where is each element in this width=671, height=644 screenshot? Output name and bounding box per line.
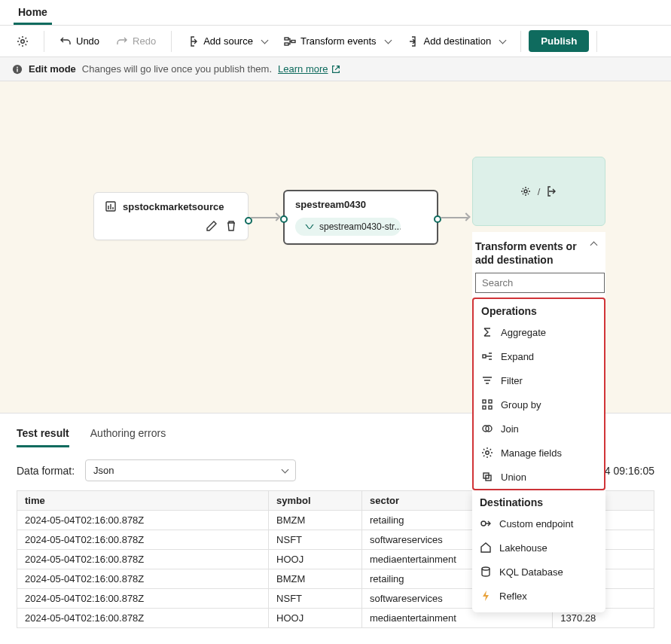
add-destination-button[interactable]: Add destination bbox=[400, 32, 514, 51]
redo-label: Redo bbox=[133, 35, 156, 47]
settings-button[interactable] bbox=[9, 32, 36, 51]
reflex-icon bbox=[480, 590, 492, 602]
svg-rect-1 bbox=[285, 38, 288, 40]
lakehouse-icon bbox=[480, 542, 492, 554]
op-join[interactable]: Join bbox=[474, 417, 604, 441]
svg-rect-13 bbox=[489, 406, 492, 409]
stream-node-title: spestream0430 bbox=[295, 199, 366, 210]
separator bbox=[44, 31, 44, 52]
chevron-down-icon bbox=[261, 37, 268, 44]
slash: / bbox=[538, 186, 541, 197]
undo-icon bbox=[59, 35, 72, 47]
source-node-title: spstockmarketsource bbox=[123, 201, 224, 212]
dest-reflex[interactable]: Reflex bbox=[472, 584, 605, 608]
table-cell: 2024-05-04T02:16:00.878Z bbox=[17, 511, 269, 530]
collapse-icon[interactable] bbox=[590, 242, 598, 249]
edit-icon[interactable] bbox=[206, 220, 218, 232]
external-link-icon bbox=[331, 64, 341, 75]
destination-placeholder[interactable]: / bbox=[472, 157, 605, 226]
search-input[interactable] bbox=[475, 273, 605, 293]
delete-icon[interactable] bbox=[225, 220, 237, 232]
endpoint-icon bbox=[480, 517, 492, 530]
transform-icon bbox=[520, 185, 532, 197]
dest-lakehouse[interactable]: Lakehouse bbox=[472, 536, 605, 560]
transform-icon bbox=[284, 35, 296, 47]
input-port[interactable] bbox=[280, 215, 288, 223]
data-format-select[interactable]: Json bbox=[85, 459, 296, 481]
gear-icon bbox=[17, 35, 29, 47]
svg-point-8 bbox=[524, 190, 527, 193]
tab-authoring-errors[interactable]: Authoring errors bbox=[90, 421, 166, 447]
tab-test-result[interactable]: Test result bbox=[17, 421, 69, 447]
source-node[interactable]: spstockmarketsource bbox=[93, 192, 249, 240]
op-groupby[interactable]: Group by bbox=[474, 392, 604, 417]
arrow-icon bbox=[462, 212, 470, 221]
svg-rect-2 bbox=[285, 43, 288, 45]
redo-icon bbox=[116, 35, 128, 47]
op-union[interactable]: Union bbox=[474, 465, 604, 489]
canvas[interactable]: spstockmarketsource spestream0430 spestr… bbox=[0, 81, 671, 413]
manage-fields-icon bbox=[481, 447, 493, 459]
col-symbol[interactable]: symbol bbox=[269, 491, 362, 511]
add-source-icon bbox=[187, 35, 199, 47]
add-source-label: Add source bbox=[203, 35, 253, 47]
transform-panel: Transform events or add destination Oper… bbox=[472, 232, 605, 612]
svg-point-5 bbox=[17, 66, 18, 68]
table-cell: HOOJ bbox=[269, 550, 362, 569]
info-bar: Edit mode Changes will go live once you … bbox=[0, 57, 671, 81]
group-icon bbox=[481, 398, 493, 411]
svg-point-16 bbox=[486, 451, 489, 454]
dest-kql-database[interactable]: KQL Database bbox=[472, 560, 605, 584]
table-cell: 2024-05-04T02:16:00.878Z bbox=[17, 530, 269, 550]
expand-icon bbox=[481, 350, 493, 362]
chevron-down-icon bbox=[499, 37, 507, 44]
table-cell: BMZM bbox=[269, 569, 362, 589]
col-time[interactable]: time bbox=[17, 491, 269, 511]
svg-rect-11 bbox=[489, 400, 492, 403]
ribbon-tabs: Home bbox=[0, 0, 671, 26]
chevron-down-icon bbox=[384, 37, 392, 44]
stream-node[interactable]: spestream0430 spestream0430-str... bbox=[283, 190, 438, 245]
separator bbox=[520, 31, 521, 52]
transform-events-button[interactable]: Transform events bbox=[276, 32, 398, 51]
operations-heading: Operations bbox=[474, 299, 604, 320]
svg-point-19 bbox=[481, 521, 486, 526]
op-filter[interactable]: Filter bbox=[474, 368, 604, 392]
svg-rect-10 bbox=[483, 400, 486, 403]
union-icon bbox=[481, 471, 493, 483]
separator bbox=[171, 31, 172, 52]
dest-custom-endpoint[interactable]: Custom endpoint bbox=[472, 511, 605, 536]
op-expand[interactable]: Expand bbox=[474, 344, 604, 368]
redo-button[interactable]: Redo bbox=[108, 32, 163, 51]
source-icon bbox=[105, 200, 117, 212]
stream-pill[interactable]: spestream0430-str... bbox=[295, 218, 401, 236]
table-cell: 2024-05-04T02:16:00.878Z bbox=[17, 550, 269, 569]
svg-point-20 bbox=[482, 567, 490, 570]
svg-rect-9 bbox=[483, 355, 486, 358]
add-source-button[interactable]: Add source bbox=[179, 32, 275, 51]
publish-button[interactable]: Publish bbox=[529, 30, 589, 52]
table-cell: 2024-05-04T02:16:00.878Z bbox=[17, 609, 269, 628]
sigma-icon bbox=[481, 326, 493, 338]
tab-home[interactable]: Home bbox=[14, 0, 52, 25]
edit-mode-label: Edit mode bbox=[29, 63, 76, 75]
destinations-heading: Destinations bbox=[472, 490, 605, 511]
join-icon bbox=[481, 423, 493, 435]
table-cell: NSFT bbox=[269, 530, 362, 550]
info-icon bbox=[12, 64, 23, 75]
op-manage-fields[interactable]: Manage fields bbox=[474, 441, 604, 465]
edit-mode-msg: Changes will go live once you publish th… bbox=[82, 63, 272, 75]
add-destination-icon bbox=[407, 35, 419, 47]
toolbar: Undo Redo Add source Transform events Ad… bbox=[0, 26, 671, 57]
svg-rect-6 bbox=[17, 69, 17, 72]
undo-button[interactable]: Undo bbox=[52, 32, 107, 51]
destinations-list: Destinations Custom endpoint Lakehouse K… bbox=[472, 490, 605, 612]
stream-icon bbox=[304, 221, 315, 232]
table-cell: HOOJ bbox=[269, 609, 362, 628]
op-aggregate[interactable]: Aggregate bbox=[474, 320, 604, 344]
transform-label: Transform events bbox=[300, 35, 377, 47]
add-destination-label: Add destination bbox=[424, 35, 492, 47]
learn-more-link[interactable]: Learn more bbox=[278, 63, 340, 75]
arrow-icon bbox=[272, 212, 280, 221]
table-cell: 2024-05-04T02:16:00.878Z bbox=[17, 569, 269, 589]
